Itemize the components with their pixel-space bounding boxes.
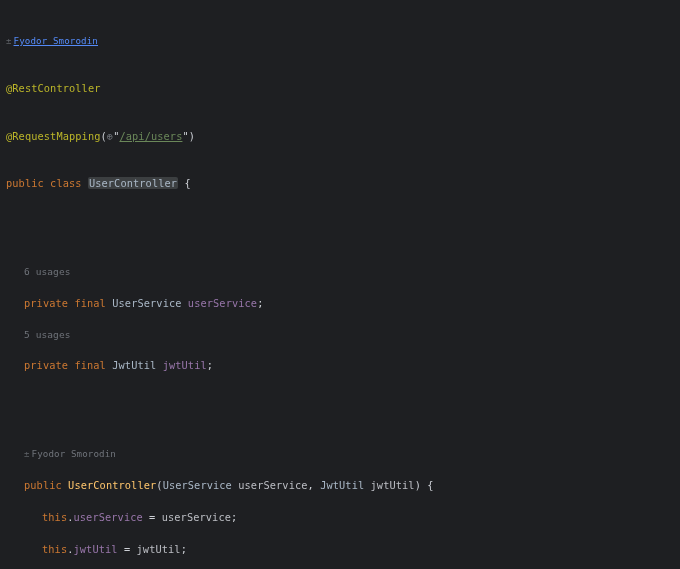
line-field-jwtutil: private final JwtUtil jwtUtil; <box>6 358 680 374</box>
mapping-path[interactable]: /api/users <box>119 130 182 142</box>
line-ctor-sig: public UserController(UserService userSe… <box>6 478 680 494</box>
class-name-highlight: UserController <box>88 177 178 189</box>
code-editor[interactable]: ±Fyodor Smorodin @RestController @Reques… <box>0 0 680 569</box>
line-ctor-assign1: this.userService = userService; <box>6 510 680 526</box>
line-field-userservice: private final UserService userService; <box>6 296 680 312</box>
usages-hint-5[interactable]: 5 usages <box>6 328 680 343</box>
line-class-decl: public class UserController { <box>6 176 680 192</box>
line-restcontroller: @RestController <box>6 81 680 97</box>
person-icon: ± <box>24 449 30 459</box>
author-link[interactable]: Fyodor Smorodin <box>14 35 98 46</box>
blame-ctor: ±Fyodor Smorodin <box>6 447 680 462</box>
usages-hint-6[interactable]: 6 usages <box>6 265 680 280</box>
line-ctor-assign2: this.jwtUtil = jwtUtil; <box>6 542 680 558</box>
person-icon: ± <box>6 36 12 46</box>
line-requestmapping: @RequestMapping(⊕"/api/users") <box>6 129 680 145</box>
blame-author-top: ±Fyodor Smorodin <box>6 34 680 49</box>
